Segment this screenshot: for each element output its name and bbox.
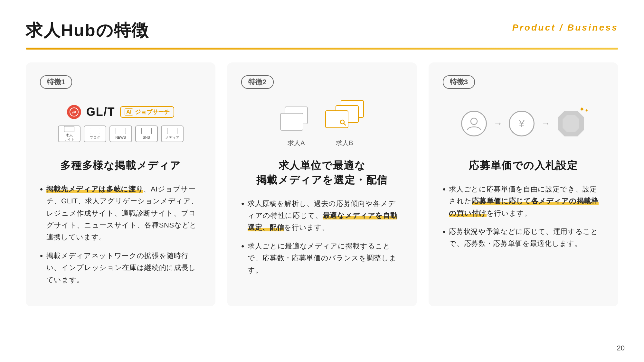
page-container: 求人Hubの特徴 Product / Business 特徴1 @ GL/T	[0, 0, 644, 362]
small-icon-box-3: NEWS	[109, 125, 132, 142]
feature-badge-3: 特徴3	[443, 75, 475, 89]
bullet-list-2: 求人原稿を解析し、過去の応募傾向や各メディアの特性に応じて、最適なメディアを自動…	[241, 198, 402, 283]
small-icon-box-1: 求人サイト	[58, 125, 80, 142]
glit-circle-icon: @	[67, 105, 81, 119]
arrow-right-icon-2: →	[541, 118, 550, 129]
svg-line-3	[344, 124, 346, 125]
small-icon-box-4: SNS	[135, 125, 158, 142]
bullet-item-1-2: 掲載メディアネットワークの拡張を随時行い、インプレッション在庫は継続的に成長して…	[40, 250, 201, 286]
icon-area-3: → ¥ → ✦ ✦	[443, 98, 604, 149]
job-group-b: 求人B	[325, 100, 364, 147]
product-business-label: Product / Business	[512, 23, 618, 33]
bid-flow: → ¥ → ✦ ✦	[461, 109, 585, 138]
small-icon-box-5: メディア	[161, 125, 184, 142]
feature-card-3: 特徴3 → ¥ →	[429, 62, 618, 306]
icon-area-2: 求人A	[241, 98, 402, 149]
bullet-list-1: 掲載先メディアは多岐に渡り、AIジョブサーチ、GLIT、求人アグリゲーションメデ…	[40, 183, 201, 292]
bullet-item-3-1: 求人ごとに応募単価を自由に設定でき、設定された応募単価に応じて各メディアの掲載枠…	[443, 183, 604, 219]
feature-card-1: 特徴1 @ GL/T AI ジョブサーチ	[26, 62, 215, 306]
yen-circle-icon: ¥	[509, 111, 535, 136]
cards-container: 特徴1 @ GL/T AI ジョブサーチ	[26, 62, 618, 306]
feature-badge-1: 特徴1	[40, 75, 72, 89]
header-section: 求人Hubの特徴 Product / Business	[26, 19, 618, 42]
stamp-icon: ✦ ✦	[556, 109, 585, 138]
card-title-3: 応募単価での入札設定	[443, 158, 604, 173]
person-circle-icon	[461, 111, 487, 136]
job-group-a: 求人A	[280, 107, 312, 147]
icon-area-1: @ GL/T AI ジョブサーチ 求人サイト	[40, 98, 201, 149]
feature-card-2: 特徴2 求人A	[227, 62, 417, 306]
small-icon-box-2: ブログ	[84, 125, 106, 142]
page-number: 20	[617, 344, 625, 352]
page-title: 求人Hubの特徴	[26, 19, 149, 42]
bullet-list-3: 求人ごとに応募単価を自由に設定でき、設定された応募単価に応じて各メディアの掲載枠…	[443, 183, 604, 256]
card-title-2: 求人単位で最適な掲載メディアを選定・配信	[241, 158, 402, 187]
arrow-right-icon: →	[493, 118, 502, 129]
glit-text: GL/T	[86, 105, 115, 119]
card-title-1: 多種多様な掲載メディア	[40, 158, 201, 173]
small-icons-row: 求人サイト ブログ NEWS SNS	[58, 125, 184, 142]
bullet-item-2-1: 求人原稿を解析し、過去の応募傾向や各メディアの特性に応じて、最適なメディアを自動…	[241, 198, 402, 234]
feature-badge-2: 特徴2	[241, 75, 273, 89]
ai-job-badge: AI ジョブサーチ	[120, 106, 174, 118]
orange-divider	[26, 48, 618, 50]
ai-badge-jp: ジョブサーチ	[135, 108, 170, 116]
glit-logo: @ GL/T AI ジョブサーチ	[67, 105, 174, 119]
job-media-diagram: 求人A	[280, 100, 364, 147]
svg-point-4	[471, 118, 477, 125]
svg-text:@: @	[72, 110, 76, 115]
bullet-item-2-2: 求人ごとに最適なメディアに掲載することで、応募数・応募単価のバランスを調整します…	[241, 240, 402, 276]
bullet-item-3-2: 応募状況や予算などに応じて、運用することで、応募数・応募単価を最適化します。	[443, 226, 604, 250]
bullet-item-1-1: 掲載先メディアは多岐に渡り、AIジョブサーチ、GLIT、求人アグリゲーションメデ…	[40, 183, 201, 243]
